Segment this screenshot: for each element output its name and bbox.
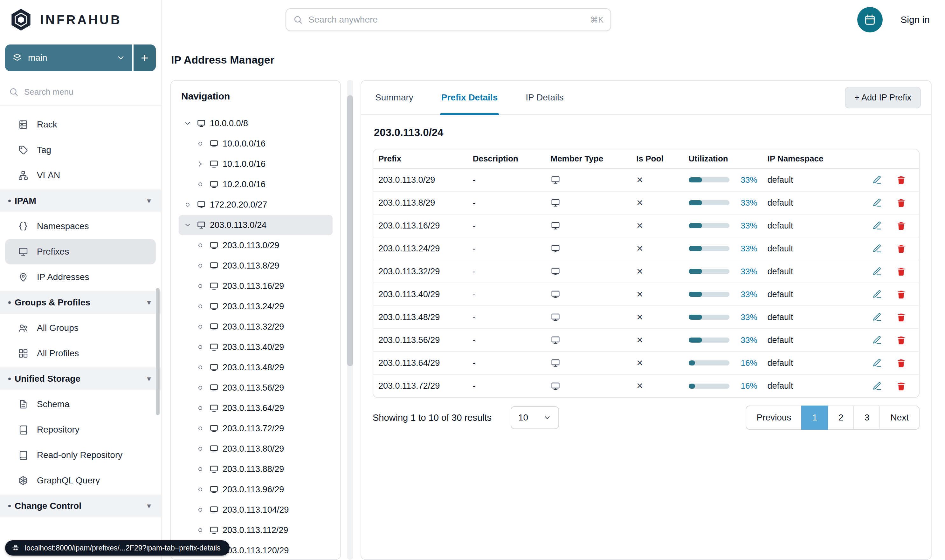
- column-header: Utilization: [684, 149, 763, 168]
- tree-item[interactable]: 203.0.113.0/29: [179, 235, 333, 255]
- tab-summary[interactable]: Summary: [374, 81, 415, 114]
- edit-button[interactable]: [872, 381, 882, 391]
- sidebar-item-all-groups[interactable]: All Groups: [5, 315, 156, 341]
- menu-search-input[interactable]: [24, 87, 152, 97]
- repository-icon: [18, 424, 29, 435]
- delete-button[interactable]: [896, 289, 906, 299]
- edit-button[interactable]: [872, 312, 882, 322]
- tree-item[interactable]: 203.0.113.8/29: [179, 255, 333, 276]
- edit-button[interactable]: [872, 358, 882, 368]
- tree-item[interactable]: 203.0.113.56/29: [179, 378, 333, 398]
- tree-scrollbar-thumb[interactable]: [347, 95, 353, 366]
- tree-item[interactable]: 203.0.113.32/29: [179, 317, 333, 337]
- tab-prefix-details[interactable]: Prefix Details: [440, 81, 499, 114]
- delete-button[interactable]: [896, 358, 906, 368]
- edit-button[interactable]: [872, 175, 882, 185]
- tree-scrollbar[interactable]: [347, 80, 353, 560]
- sidebar-item-graphql-query[interactable]: GraphQL Query: [5, 468, 156, 493]
- next-page-button[interactable]: Next: [880, 406, 920, 430]
- calendar-button[interactable]: [857, 7, 883, 32]
- edit-button[interactable]: [872, 335, 882, 345]
- tree-item[interactable]: 203.0.113.24/29: [179, 296, 333, 317]
- sidebar-section-ipam[interactable]: IPAM▾: [0, 189, 161, 212]
- tab-ip-details[interactable]: IP Details: [524, 81, 565, 114]
- previous-page-button[interactable]: Previous: [746, 406, 802, 430]
- actions-cell: [867, 283, 919, 306]
- delete-button[interactable]: [896, 335, 906, 345]
- tree-item[interactable]: 203.0.113.104/29: [179, 500, 333, 520]
- add-ip-prefix-button[interactable]: + Add IP Prefix: [845, 87, 921, 108]
- sidebar-item-label: IP Addresses: [37, 272, 89, 282]
- sidebar-item-ip-addresses[interactable]: IP Addresses: [5, 265, 156, 290]
- global-search-input[interactable]: [308, 15, 584, 25]
- logo[interactable]: INFRAHUB: [0, 0, 161, 39]
- leaf-bullet-icon: [195, 386, 205, 390]
- edit-button[interactable]: [872, 289, 882, 299]
- sidebar-section-unified-storage[interactable]: Unified Storage▾: [0, 368, 161, 390]
- edit-button[interactable]: [872, 266, 882, 277]
- delete-button[interactable]: [896, 198, 906, 208]
- menu-search[interactable]: [0, 79, 161, 106]
- tree-item[interactable]: 203.0.113.88/29: [179, 459, 333, 479]
- page-3-button[interactable]: 3: [853, 406, 880, 430]
- sidebar-item-tag[interactable]: Tag: [5, 137, 156, 163]
- delete-button[interactable]: [896, 266, 906, 277]
- sign-in-link[interactable]: Sign in: [900, 14, 930, 25]
- utilization-cell: 33%: [684, 260, 763, 283]
- sidebar-item-repository[interactable]: Repository: [5, 417, 156, 442]
- tree-item[interactable]: 203.0.113.112/29: [179, 520, 333, 540]
- table-row[interactable]: 203.0.113.56/29-✕33%default: [373, 329, 919, 352]
- table-header-row: PrefixDescriptionMember TypeIs PoolUtili…: [373, 149, 919, 168]
- chevron-down-icon[interactable]: [182, 221, 193, 229]
- tree-item[interactable]: 203.0.113.48/29: [179, 357, 333, 378]
- tree-item[interactable]: 203.0.113.0/24: [179, 215, 333, 235]
- sidebar-section-change-control[interactable]: Change Control▾: [0, 495, 161, 517]
- table-row[interactable]: 203.0.113.32/29-✕33%default: [373, 260, 919, 283]
- table-row[interactable]: 203.0.113.8/29-✕33%default: [373, 191, 919, 214]
- chevron-right-icon[interactable]: [195, 160, 205, 168]
- table-row[interactable]: 203.0.113.0/29-✕33%default: [373, 168, 919, 191]
- tree-item[interactable]: 203.0.113.80/29: [179, 438, 333, 459]
- tree-item[interactable]: 203.0.113.40/29: [179, 337, 333, 357]
- description-cell: -: [468, 283, 546, 306]
- delete-button[interactable]: [896, 381, 906, 391]
- tree-item[interactable]: 10.0.0.0/16: [179, 134, 333, 154]
- edit-button[interactable]: [872, 243, 882, 254]
- branch-selector[interactable]: main: [5, 45, 132, 71]
- tree-item[interactable]: 10.2.0.0/16: [179, 174, 333, 194]
- tree-item[interactable]: 10.0.0.0/8: [179, 113, 333, 134]
- sidebar-item-schema[interactable]: Schema: [5, 392, 156, 417]
- delete-button[interactable]: [896, 175, 906, 185]
- sidebar-item-rack[interactable]: Rack: [5, 112, 156, 137]
- delete-button[interactable]: [896, 243, 906, 254]
- page-size-select[interactable]: 10: [511, 406, 559, 429]
- edit-button[interactable]: [872, 221, 882, 231]
- table-row[interactable]: 203.0.113.64/29-✕16%default: [373, 352, 919, 374]
- table-row[interactable]: 203.0.113.24/29-✕33%default: [373, 237, 919, 260]
- edit-button[interactable]: [872, 198, 882, 208]
- page-1-button[interactable]: 1: [801, 406, 828, 430]
- tree-item[interactable]: 10.1.0.0/16: [179, 154, 333, 174]
- sidebar-item-read-only-repository[interactable]: Read-only Repository: [5, 442, 156, 468]
- tree-item[interactable]: 203.0.113.96/29: [179, 479, 333, 500]
- delete-button[interactable]: [896, 221, 906, 231]
- tree-item[interactable]: 203.0.113.16/29: [179, 276, 333, 296]
- sidebar-item-all-profiles[interactable]: All Profiles: [5, 341, 156, 366]
- tree-item[interactable]: 203.0.113.72/29: [179, 418, 333, 438]
- table-row[interactable]: 203.0.113.40/29-✕33%default: [373, 283, 919, 306]
- sidebar-scrollbar-thumb[interactable]: [156, 288, 160, 415]
- chevron-down-icon[interactable]: [182, 119, 193, 128]
- create-branch-button[interactable]: +: [134, 45, 156, 71]
- sidebar-section-groups-profiles[interactable]: Groups & Profiles▾: [0, 291, 161, 314]
- table-row[interactable]: 203.0.113.72/29-✕16%default: [373, 374, 919, 397]
- table-row[interactable]: 203.0.113.16/29-✕33%default: [373, 214, 919, 237]
- sidebar-item-namespaces[interactable]: Namespaces: [5, 214, 156, 239]
- table-row[interactable]: 203.0.113.48/29-✕33%default: [373, 306, 919, 329]
- global-search[interactable]: ⌘K: [285, 8, 611, 31]
- sidebar-item-prefixes[interactable]: Prefixes: [5, 239, 156, 265]
- page-2-button[interactable]: 2: [827, 406, 854, 430]
- sidebar-item-vlan[interactable]: VLAN: [5, 163, 156, 188]
- tree-item[interactable]: 172.20.20.0/27: [179, 194, 333, 215]
- tree-item[interactable]: 203.0.113.64/29: [179, 398, 333, 418]
- delete-button[interactable]: [896, 312, 906, 322]
